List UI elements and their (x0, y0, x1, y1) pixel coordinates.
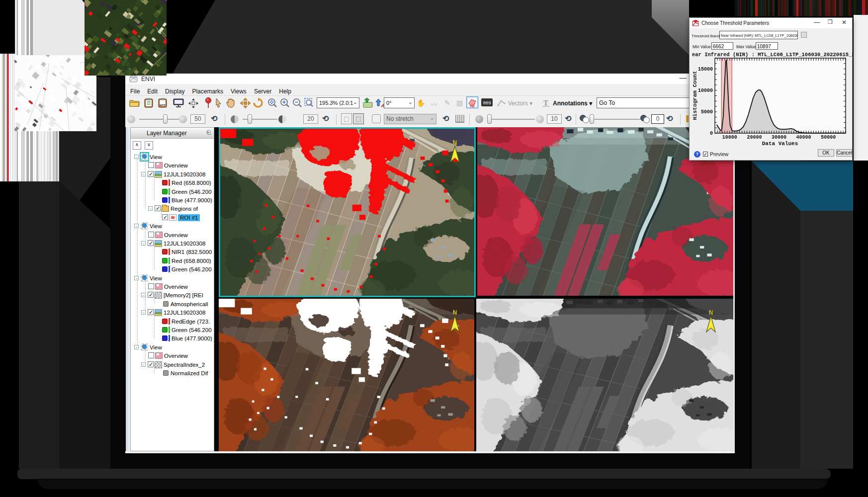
svg-text:Data Values: Data Values (762, 141, 798, 147)
svg-text:0: 0 (710, 131, 713, 136)
svg-text:NTF: NTF (160, 104, 166, 107)
svg-text:10000: 10000 (722, 135, 737, 140)
svg-text:20000: 20000 (747, 135, 762, 140)
svg-text:50000: 50000 (821, 135, 836, 140)
svg-text:Histogram Count: Histogram Count (692, 71, 698, 120)
svg-text:40000: 40000 (796, 135, 811, 140)
svg-text:5000: 5000 (701, 109, 713, 115)
svg-text:009: 009 (483, 101, 491, 106)
svg-text:roi: roi (470, 104, 475, 108)
svg-text:10000: 10000 (698, 88, 713, 93)
svg-text:15000: 15000 (698, 67, 713, 72)
svg-text:30000: 30000 (772, 135, 786, 140)
svg-text:T: T (543, 99, 548, 107)
